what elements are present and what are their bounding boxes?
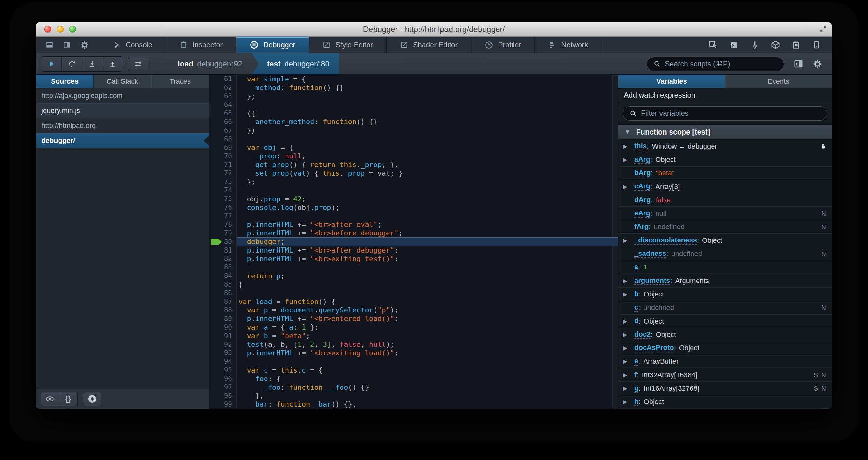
tab-sources[interactable]: Sources [36, 75, 94, 88]
expand-arrow-icon[interactable]: ▶ [623, 143, 634, 150]
source-item-jquery-min-js[interactable]: jquery.min.js [36, 104, 209, 118]
code-line-67[interactable]: 67 }) [209, 126, 618, 135]
dock-bottom-icon[interactable] [45, 41, 54, 49]
line-number[interactable]: 65 [209, 109, 237, 118]
line-number[interactable]: 66 [209, 118, 237, 126]
breadcrumb-test[interactable]: testdebugger/:80 [252, 53, 339, 75]
source-item-http-ajax-googleapis-com[interactable]: http://ajax.googleapis.com [36, 88, 209, 104]
code-line-90[interactable]: 90 var a = { a: 1 }; [209, 323, 618, 332]
source-item-http-htmlpad-org[interactable]: http://htmlpad.org [36, 118, 209, 133]
variable-value[interactable]: Object [644, 398, 664, 406]
line-number[interactable]: 80 [209, 237, 237, 246]
variable-value[interactable]: Int16Array[32768] [644, 384, 700, 393]
minimize-window-button[interactable] [57, 26, 64, 33]
variable-row-farg[interactable]: fArg:undefinedN [618, 221, 832, 234]
variable-name[interactable]: a [634, 263, 638, 271]
split-console-icon[interactable] [730, 40, 739, 50]
code-line-95[interactable]: 95 var c = this.c = { [209, 366, 618, 374]
source-item-debugger[interactable]: debugger/ [36, 133, 209, 148]
code-line-85[interactable]: 85} [209, 280, 618, 289]
expand-arrow-icon[interactable]: ▶ [623, 237, 634, 244]
code-line-62[interactable]: 62 method: function() {} [209, 83, 618, 92]
variable-row-a[interactable]: a:1 [618, 261, 832, 274]
line-number[interactable]: 83 [209, 263, 237, 272]
code-line-73[interactable]: 73 }; [209, 177, 618, 186]
expand-arrow-icon[interactable]: ▶ [623, 183, 634, 190]
variable-row-d[interactable]: ▶d:Object [618, 315, 832, 328]
variable-value[interactable]: "beta" [656, 169, 674, 177]
variable-value[interactable]: Object [644, 317, 664, 325]
tab-console[interactable]: Console [99, 36, 166, 53]
search-scripts-box[interactable] [647, 57, 784, 71]
tab-network[interactable]: Network [535, 36, 601, 53]
code-editor[interactable]: 61 var simple = {62 method: function() {… [209, 75, 618, 409]
line-number[interactable]: 85 [209, 280, 237, 289]
variable-row-earg[interactable]: eArg:nullN [618, 207, 832, 220]
variable-row-disconsolateness[interactable]: ▶_disconsolateness:Object [618, 234, 832, 247]
variable-name[interactable]: b [634, 290, 639, 298]
dock-side-icon[interactable] [63, 41, 71, 49]
variable-row-doc2[interactable]: ▶doc2:Object [618, 328, 832, 341]
tab-shader-editor[interactable]: Shader Editor [386, 36, 471, 53]
line-number[interactable]: 63 [209, 92, 237, 100]
line-number[interactable]: 73 [209, 177, 237, 186]
variable-row-h[interactable]: ▶h:Object [618, 396, 832, 409]
pretty-print-button[interactable]: {} [59, 392, 78, 406]
filter-variables-input[interactable] [641, 109, 820, 118]
variable-name[interactable]: cArg [634, 182, 650, 191]
code-line-92[interactable]: 92 test(a, b, [1, 2, 3], false, null); [209, 340, 618, 349]
code-line-93[interactable]: 93 p.innerHTML += "<br>exiting load()"; [209, 349, 618, 357]
line-number[interactable]: 90 [209, 323, 237, 332]
variable-name[interactable]: e [634, 357, 638, 366]
expand-arrow-icon[interactable]: ▶ [623, 372, 634, 379]
variable-row-docasproto[interactable]: ▶docAsProto:Object [618, 341, 832, 355]
variable-value[interactable]: undefined [643, 304, 674, 312]
code-line-82[interactable]: 82 p.innerHTML += "<br>exiting test()"; [209, 255, 618, 263]
line-number[interactable]: 97 [209, 383, 237, 392]
variable-row-f[interactable]: ▶f:Int32Array[16384]S N [618, 368, 832, 382]
line-number[interactable]: 96 [209, 374, 237, 383]
variable-value[interactable]: Int32Array[16384] [642, 371, 697, 379]
code-line-87[interactable]: 87var load = function() { [209, 297, 618, 306]
variable-row-arguments[interactable]: ▶arguments:Arguments [618, 274, 832, 288]
line-number[interactable]: 89 [209, 314, 237, 323]
tab-traces[interactable]: Traces [151, 75, 209, 88]
code-line-94[interactable]: 94 [209, 357, 618, 366]
line-number[interactable]: 82 [209, 255, 237, 263]
add-watch-expression[interactable]: Add watch expression [618, 88, 832, 103]
line-number[interactable]: 81 [209, 246, 237, 255]
line-number[interactable]: 78 [209, 220, 237, 229]
code-line-63[interactable]: 63 }; [209, 92, 618, 100]
variable-name[interactable]: h [634, 398, 639, 406]
line-number[interactable]: 79 [209, 229, 237, 237]
code-line-91[interactable]: 91 var b = "beta"; [209, 332, 618, 340]
code-line-64[interactable]: 64 [209, 100, 618, 109]
code-line-96[interactable]: 96 foo: { [209, 374, 618, 383]
panel-toggle-icon[interactable] [794, 59, 803, 69]
expand-arrow-icon[interactable]: ▶ [623, 345, 634, 351]
variable-value[interactable]: Object [702, 236, 722, 245]
variable-row-aarg[interactable]: ▶aArg:Object [618, 153, 832, 166]
variable-name[interactable]: docAsProto [634, 344, 674, 352]
line-number[interactable]: 70 [209, 152, 237, 160]
expand-arrow-icon[interactable]: ▶ [623, 156, 634, 163]
settings-gear-icon[interactable] [80, 40, 89, 50]
line-number[interactable]: 94 [209, 357, 237, 366]
blackbox-source-button[interactable] [41, 392, 59, 406]
line-number[interactable]: 64 [209, 100, 237, 109]
code-line-88[interactable]: 88 var p = document.querySelector("p"); [209, 306, 618, 314]
variable-row-g[interactable]: ▶g:Int16Array[32768]S N [618, 382, 832, 395]
search-scripts-input[interactable] [665, 60, 777, 68]
scratchpad-icon[interactable] [792, 40, 801, 49]
variable-value[interactable]: undefined [654, 223, 685, 231]
variable-name[interactable]: fArg [634, 223, 649, 231]
variable-value[interactable]: false [656, 196, 670, 204]
line-number[interactable]: 91 [209, 332, 237, 340]
code-line-69[interactable]: 69 var obj = { [209, 143, 618, 152]
variable-name[interactable]: _disconsolateness [634, 236, 697, 245]
tab-inspector[interactable]: Inspector [166, 36, 236, 53]
line-number[interactable]: 76 [209, 203, 237, 212]
code-line-89[interactable]: 89 p.innerHTML += "<br>entered load()"; [209, 314, 618, 323]
variable-name[interactable]: aArg [634, 155, 650, 164]
line-number[interactable]: 87 [209, 297, 237, 306]
